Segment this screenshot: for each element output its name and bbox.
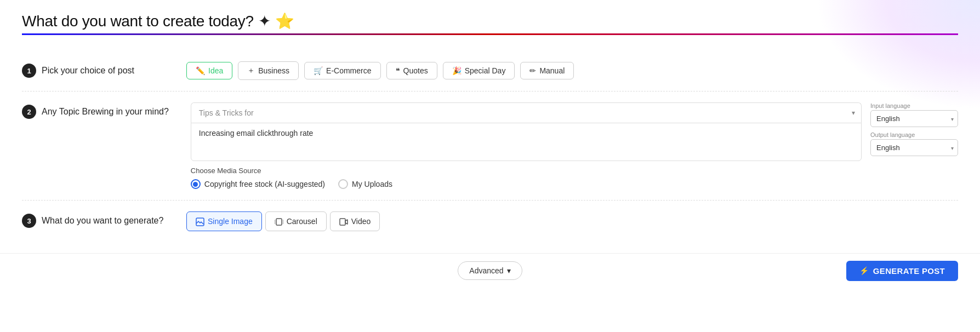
input-language-select-wrapper: English Spanish French ▾ [870,110,958,127]
generate-post-label: GENERATE POST [873,266,945,276]
bottom-bar: Advanced ▾ ⚡ GENERATE POST [0,253,980,288]
step2-badge: 2 [22,105,36,119]
page-wrapper: What do you want to create today? ✦ ⭐ 1 … [0,0,980,332]
section-topic: 2 Any Topic Brewing in your mind? Tips &… [22,91,958,201]
carousel-icon [275,216,283,226]
step1-badge: 1 [22,64,36,78]
radio-stock-label: Copyright free stock (AI-suggested) [204,180,325,188]
radio-uploads-label: My Uploads [352,180,392,188]
advanced-chevron-icon: ▾ [507,266,511,275]
step2-text: Any Topic Brewing in your mind? [42,107,169,117]
advanced-button[interactable]: Advanced ▾ [458,261,522,280]
bolt-icon: ⚡ [859,266,869,275]
page-title: What do you want to create today? [22,13,254,30]
generate-post-button[interactable]: ⚡ GENERATE POST [846,261,958,281]
page-title-bar: What do you want to create today? ✦ ⭐ [22,12,958,30]
post-btn-quotes[interactable]: ❝ Quotes [386,62,437,79]
step1-text: Pick your choice of post [42,66,134,76]
step3-badge: 3 [22,214,36,228]
manual-icon: ✏ [529,66,536,75]
svg-rect-1 [276,219,282,225]
special-day-icon: 🎉 [452,66,461,75]
advanced-label: Advanced [469,266,503,275]
input-language-group: Input language English Spanish French ▾ [870,102,958,127]
output-language-select-wrapper: English Spanish French ▾ [870,139,958,156]
format-btn-carousel[interactable]: Carousel [265,211,327,231]
topic-row: Tips & Tricks for How to Top 5 ▾ Input l… [191,102,958,161]
format-btn-video[interactable]: Video [330,211,380,231]
topic-textarea[interactable] [191,123,862,161]
radio-group: Copyright free stock (AI-suggested) My U… [191,179,958,189]
post-btn-ecommerce[interactable]: 🛒 E-Commerce [304,62,380,79]
radio-stock[interactable]: Copyright free stock (AI-suggested) [191,179,325,189]
idea-icon: ✏️ [196,66,205,75]
idea-label: Idea [208,66,223,75]
video-label: Video [351,217,371,226]
radio-stock-circle [191,179,201,189]
generate-section-content: Single Image Carousel [186,211,958,231]
section-generate: 3 What do you want to generate? Single I… [22,201,958,242]
topic-select-wrapper: Tips & Tricks for How to Top 5 ▾ [191,102,862,123]
input-language-label: Input language [870,102,958,109]
business-label: Business [258,66,289,75]
color-bar [22,33,958,35]
step2-label: 2 Any Topic Brewing in your mind? [22,102,169,119]
topic-section-content: Tips & Tricks for How to Top 5 ▾ Input l… [191,102,958,189]
topic-input-area: Tips & Tricks for How to Top 5 ▾ [191,102,862,161]
media-source-label: Choose Media Source [191,167,958,175]
radio-uploads-circle [338,179,348,189]
post-type-buttons: ✏️ Idea ＋ Business 🛒 E-Commerce ❝ Quotes… [186,61,574,80]
ecommerce-label: E-Commerce [326,66,371,75]
manual-label: Manual [539,66,565,75]
output-language-label: Output language [870,131,958,138]
format-btn-single-image[interactable]: Single Image [186,211,262,231]
carousel-label: Carousel [287,217,317,226]
section-post-type: 1 Pick your choice of post ✏️ Idea ＋ Bus… [22,50,958,91]
svg-rect-4 [340,219,345,225]
format-buttons: Single Image Carousel [186,211,958,231]
business-icon: ＋ [247,66,255,76]
special-day-label: Special Day [465,66,506,75]
topic-select[interactable]: Tips & Tricks for How to Top 5 [191,102,862,123]
single-image-icon [196,216,204,226]
output-language-group: Output language English Spanish French ▾ [870,131,958,156]
quotes-label: Quotes [403,66,428,75]
video-icon [339,216,348,226]
quotes-icon: ❝ [396,66,400,75]
post-btn-manual[interactable]: ✏ Manual [520,62,574,79]
step3-text: What do you want to generate? [42,216,163,226]
output-language-select[interactable]: English Spanish French [870,139,958,156]
radio-uploads[interactable]: My Uploads [338,179,392,189]
media-source-row: Choose Media Source Copyright free stock… [191,167,958,189]
post-btn-business[interactable]: ＋ Business [238,61,299,80]
step3-label: 3 What do you want to generate? [22,211,164,228]
post-btn-idea[interactable]: ✏️ Idea [186,62,232,79]
star-icon: ⭐ [275,12,294,30]
post-btn-special-day[interactable]: 🎉 Special Day [443,62,515,79]
input-language-select[interactable]: English Spanish French [870,110,958,127]
main-content: What do you want to create today? ✦ ⭐ 1 … [0,0,980,253]
step1-label: 1 Pick your choice of post [22,61,164,78]
single-image-label: Single Image [208,217,253,226]
sparkle-icon: ✦ [258,12,271,30]
ecommerce-icon: 🛒 [314,66,323,75]
language-selects: Input language English Spanish French ▾ [870,102,958,156]
